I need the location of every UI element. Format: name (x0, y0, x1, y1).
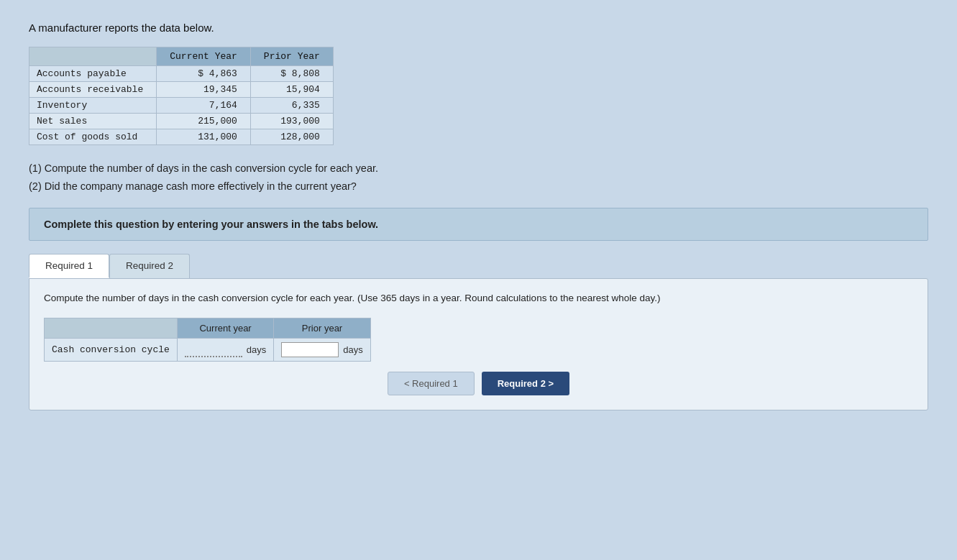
current-value: $ 4,863 (157, 66, 251, 82)
row-label: Accounts receivable (29, 82, 157, 98)
tab1-content: Compute the number of days in the cash c… (29, 278, 928, 410)
prior-value: 15,904 (250, 82, 333, 98)
required2-button[interactable]: Required 2 > (482, 372, 569, 395)
question-1: (1) Compute the number of days in the ca… (29, 160, 928, 178)
prior-value: 128,000 (250, 129, 333, 145)
answer-table: Current year Prior year Cash conversion … (44, 318, 371, 362)
current-value: 19,345 (157, 82, 251, 98)
ans-col-current: Current year (177, 318, 273, 338)
data-table: Current Year Prior Year Accounts payable… (29, 47, 334, 145)
current-value: 7,164 (157, 98, 251, 114)
prior-value: 6,335 (250, 98, 333, 114)
col-header-current: Current Year (157, 47, 251, 66)
tab1-instruction: Compute the number of days in the cash c… (44, 290, 913, 306)
table-row: Net sales 215,000 193,000 (29, 114, 334, 129)
table-row: Cost of goods sold 131,000 128,000 (29, 129, 334, 145)
prior-days-label: days (343, 344, 362, 355)
table-row: Cash conversion cycle days days (45, 338, 371, 361)
table-row: Accounts receivable 19,345 15,904 (29, 82, 334, 98)
current-days-label: days (247, 344, 266, 355)
current-year-input[interactable] (185, 342, 242, 357)
table-row: Inventory 7,164 6,335 (29, 98, 334, 114)
complete-box: Complete this question by entering your … (29, 208, 928, 241)
required2-label: Required 2 > (498, 378, 554, 389)
current-value: 131,000 (157, 129, 251, 145)
prior-year-cell: days (274, 338, 370, 361)
current-year-cell: days (177, 338, 273, 361)
prior-value: 193,000 (250, 114, 333, 129)
row-label: Cash conversion cycle (45, 338, 178, 361)
nav-buttons: < Required 1 Required 2 > (44, 372, 913, 395)
question-2: (2) Did the company manage cash more eff… (29, 178, 928, 196)
row-label: Net sales (29, 114, 157, 129)
required1-button[interactable]: < Required 1 (388, 372, 475, 395)
ans-col-label (45, 318, 178, 338)
current-value: 215,000 (157, 114, 251, 129)
ans-col-prior: Prior year (274, 318, 370, 338)
tabs-row: Required 1 Required 2 (29, 254, 928, 278)
questions-block: (1) Compute the number of days in the ca… (29, 160, 928, 195)
intro-text: A manufacturer reports the data below. (29, 22, 928, 34)
row-label: Inventory (29, 98, 157, 114)
tab-required1[interactable]: Required 1 (29, 254, 109, 278)
col-header-prior: Prior Year (250, 47, 333, 66)
row-label: Cost of goods sold (29, 129, 157, 145)
tab-required2[interactable]: Required 2 (109, 254, 190, 278)
table-row: Accounts payable $ 4,863 $ 8,808 (29, 66, 334, 82)
row-label: Accounts payable (29, 66, 157, 82)
prior-value: $ 8,808 (250, 66, 333, 82)
prior-year-input[interactable] (281, 342, 339, 357)
col-header-label (29, 47, 157, 66)
